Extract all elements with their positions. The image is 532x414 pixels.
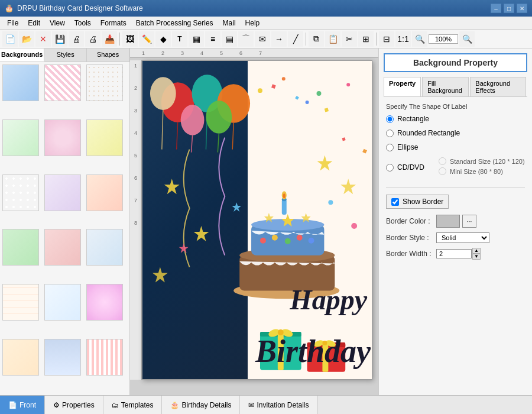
list-item[interactable] (86, 229, 123, 266)
status-tab-front[interactable]: 📄 Front (0, 396, 45, 414)
list-item[interactable] (86, 119, 123, 156)
print-preview-button[interactable]: 🖨 (69, 31, 84, 47)
maximize-button[interactable]: □ (504, 4, 514, 13)
list-item[interactable] (2, 229, 39, 266)
border-width-input[interactable] (436, 249, 472, 258)
tab-backgrounds[interactable]: Backgrounds (0, 48, 44, 62)
shape-button[interactable]: ◆ (155, 31, 171, 47)
envelope-button[interactable]: ✉ (255, 31, 270, 47)
close-file-button[interactable]: ✕ (35, 31, 51, 47)
design-canvas[interactable]: Happy Birthday (142, 60, 372, 380)
list-item[interactable] (2, 339, 39, 376)
import-button[interactable]: 📥 (102, 31, 117, 47)
svg-point-18 (282, 77, 286, 80)
svg-line-11 (218, 134, 219, 153)
align-button[interactable]: ≡ (205, 31, 220, 47)
shape-ellipse-radio[interactable] (386, 144, 394, 151)
zoom-out-button[interactable]: 🔍 (459, 31, 475, 47)
list-item[interactable] (2, 284, 39, 321)
scale-button[interactable]: 1:1 (395, 31, 411, 47)
list-item[interactable] (44, 64, 81, 101)
arrow-button[interactable]: → (271, 31, 287, 47)
menu-file[interactable]: File (2, 18, 23, 28)
menu-mail[interactable]: Mail (218, 18, 241, 28)
menu-edit[interactable]: Edit (23, 18, 45, 28)
svg-rect-58 (362, 149, 367, 154)
shape-ellipse-row: Ellipse (386, 143, 525, 151)
grid2-button[interactable]: ⊟ (379, 31, 394, 47)
window-controls: – □ ✕ (491, 4, 527, 13)
border-color-swatch[interactable] (436, 215, 460, 228)
shape-rectangle-label: Rectangle (397, 115, 429, 123)
menu-tools[interactable]: Tools (70, 18, 96, 28)
cut-button[interactable]: ✂ (342, 31, 357, 47)
birthday-icon: 🎂 (170, 401, 179, 409)
list-item[interactable] (44, 174, 81, 211)
tab-styles[interactable]: Styles (44, 48, 87, 62)
canvas-area: 1 2 3 4 5 6 7 1 2 3 4 5 6 7 8 (130, 48, 378, 395)
menu-help[interactable]: Help (241, 18, 265, 28)
tab-property[interactable]: Property (384, 77, 421, 96)
svg-marker-55 (340, 179, 356, 194)
line-button[interactable]: ╱ (288, 31, 303, 47)
list-item[interactable] (44, 284, 81, 321)
grid-button[interactable]: ⊞ (358, 31, 374, 47)
shape-rectangle-radio[interactable] (386, 115, 394, 123)
svg-point-30 (260, 238, 266, 244)
border-style-label: Border Style : (386, 234, 436, 242)
shape-section-title: Specify The Shape Of Label (386, 103, 525, 110)
tab-shapes[interactable]: Shapes (87, 48, 129, 62)
image-button[interactable]: 🖼 (122, 31, 138, 47)
text-button[interactable]: T (172, 31, 187, 47)
svg-point-31 (272, 235, 278, 241)
arc-button[interactable]: ⌒ (238, 31, 254, 47)
svg-line-9 (192, 135, 193, 153)
minimize-button[interactable]: – (491, 4, 501, 13)
paste-button[interactable]: 📋 (325, 31, 340, 47)
show-border-checkbox-container[interactable]: Show Border (386, 195, 449, 209)
list-item[interactable] (44, 119, 81, 156)
list-item[interactable] (86, 284, 123, 321)
status-tab-properties[interactable]: ⚙ Properties (45, 396, 103, 414)
open-button[interactable]: 📂 (19, 31, 34, 47)
list-item[interactable] (86, 174, 123, 211)
invitation-label: Invitation Details (257, 401, 309, 409)
status-tab-invitation[interactable]: ✉ Invitation Details (240, 396, 317, 414)
menu-formats[interactable]: Formats (96, 18, 131, 28)
show-border-checkbox[interactable] (391, 198, 399, 206)
zoom-display: 100% (429, 34, 458, 44)
menu-view[interactable]: View (45, 18, 70, 28)
shape-cddvd-row: CD/DVD Standard Size (120 * 120) Mini Si… (386, 157, 525, 177)
svg-marker-54 (317, 156, 332, 171)
print-button[interactable]: 🖨 (85, 31, 100, 47)
tab-fill-background[interactable]: Fill Background (422, 77, 469, 96)
list-item[interactable] (2, 119, 39, 156)
status-tab-birthday[interactable]: 🎂 Birthday Details (162, 396, 240, 414)
draw-button[interactable]: ✏️ (139, 31, 154, 47)
copy-button[interactable]: ⧉ (309, 31, 324, 47)
shape-cddvd-radio[interactable] (386, 164, 394, 172)
shape-rounded-radio[interactable] (386, 130, 394, 137)
ruler-mark: 4 (200, 50, 203, 56)
list-item[interactable] (2, 174, 39, 211)
border-color-picker-button[interactable]: ··· (462, 215, 476, 228)
menu-batch[interactable]: Batch Processing Series (131, 18, 218, 28)
list-item[interactable] (44, 229, 81, 266)
list-item[interactable] (2, 64, 39, 101)
border-width-down[interactable]: ▼ (472, 254, 481, 260)
save-button[interactable]: 💾 (52, 31, 67, 47)
border-width-up[interactable]: ▲ (472, 248, 481, 254)
new-button[interactable]: 📄 (2, 31, 18, 47)
table-button[interactable]: ▤ (222, 31, 237, 47)
list-item[interactable] (44, 339, 81, 376)
tab-bg-effects[interactable]: Background Effects (470, 77, 526, 96)
border-style-select[interactable]: Solid Dashed Dotted Double (436, 232, 489, 243)
card-text-birthday: Birthday (255, 335, 371, 367)
barcode-button[interactable]: ▦ (189, 31, 204, 47)
list-item[interactable] (86, 339, 123, 376)
zoom-in-button[interactable]: 🔍 (412, 31, 427, 47)
list-item[interactable] (86, 64, 123, 101)
shape-cddvd-label: CD/DVD (397, 163, 424, 172)
status-tab-templates[interactable]: 🗂 Templates (103, 396, 163, 414)
close-button[interactable]: ✕ (517, 4, 527, 13)
